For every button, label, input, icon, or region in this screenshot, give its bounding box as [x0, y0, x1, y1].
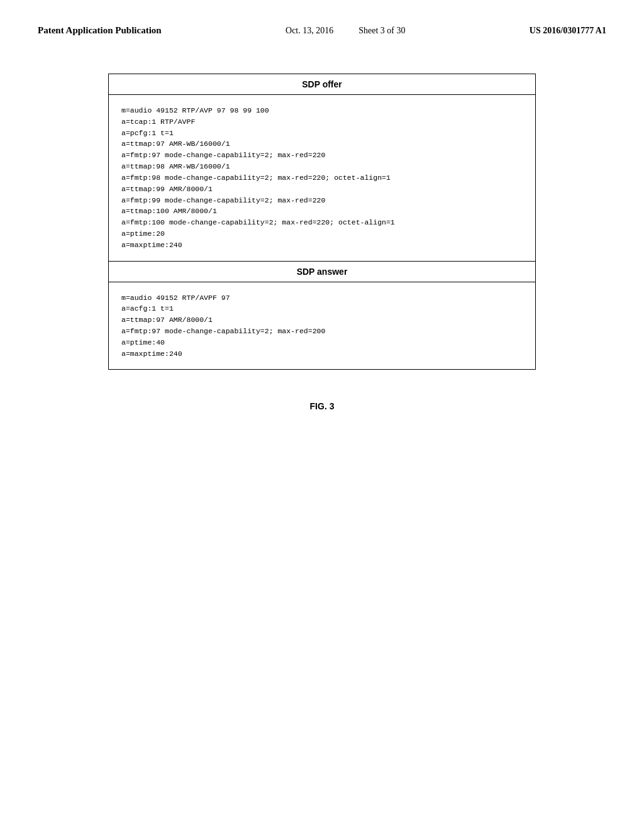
patent-number: US 2016/0301777 A1 [530, 26, 606, 36]
main-content: SDP offer m=audio 49152 RTP/AVP 97 98 99… [0, 48, 644, 382]
sdp-answer-body: m=audio 49152 RTP/AVPF 97 a=acfg:1 t=1 a… [109, 282, 535, 370]
sdp-offer-header: SDP offer [109, 74, 535, 95]
publication-date: Oct. 13, 2016 [286, 26, 333, 36]
header-center: Oct. 13, 2016 Sheet 3 of 30 [286, 26, 405, 36]
sdp-answer-header: SDP answer [109, 261, 535, 282]
sheet-info: Sheet 3 of 30 [358, 26, 405, 36]
sdp-offer-body: m=audio 49152 RTP/AVP 97 98 99 100 a=tca… [109, 95, 535, 261]
diagram-container: SDP offer m=audio 49152 RTP/AVP 97 98 99… [108, 74, 536, 370]
publication-label: Patent Application Publication [38, 25, 162, 36]
figure-label: FIG. 3 [0, 401, 644, 411]
page-header: Patent Application Publication Oct. 13, … [0, 0, 644, 48]
